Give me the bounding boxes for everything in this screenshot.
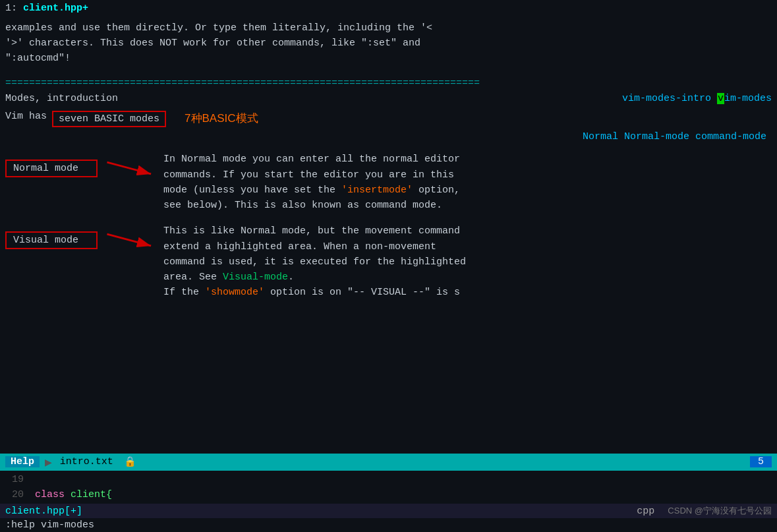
file-header: 1: client.hpp+ bbox=[0, 0, 777, 18]
filename: client.hpp+ bbox=[23, 3, 88, 14]
cmd-text: :help vim-modes bbox=[5, 519, 94, 531]
modes-title: Modes, introduction bbox=[5, 93, 118, 104]
svg-line-1 bbox=[107, 162, 151, 174]
normal-mode-box: Normal mode bbox=[5, 160, 98, 177]
active-file: client.hpp[+] bbox=[5, 506, 82, 517]
bottom-right-area: cpp CSDN @宁海没有七号公园 bbox=[637, 505, 772, 517]
svg-line-3 bbox=[107, 234, 151, 246]
intro-line2: '>' characters. This does NOT work for o… bbox=[5, 36, 772, 51]
class-keyword: class bbox=[35, 489, 65, 500]
intro-line3: ":autocmd"! bbox=[5, 51, 772, 66]
chinese-annotation: 7种BASIC模式 bbox=[185, 111, 258, 126]
normal-arrow bbox=[98, 152, 163, 185]
bottom-left: client.hpp[+] bbox=[5, 506, 82, 517]
visual-mode-description: This is like Normal mode, but the moveme… bbox=[163, 223, 772, 300]
lock-icon: 🔒 bbox=[124, 456, 136, 468]
bottom-cpp: cpp bbox=[637, 506, 654, 517]
bottom-brand: CSDN @宁海没有七号公园 bbox=[668, 505, 772, 517]
code-section: 19 20 class client{ bbox=[0, 471, 777, 504]
code-name: client{ bbox=[71, 489, 112, 500]
code-line-20: 20 class client{ bbox=[5, 487, 772, 502]
intro-text-block: examples and use them directly. Or type … bbox=[0, 18, 777, 72]
normal-desc2: commands. If you start the editor you ar… bbox=[163, 167, 772, 183]
showmode-text: 'showmode' bbox=[205, 287, 264, 298]
visual-mode-box: Visual mode bbox=[5, 231, 98, 249]
separator-line: ========================================… bbox=[0, 71, 777, 92]
editor-container: 1: client.hpp+ examples and use them dir… bbox=[0, 0, 777, 532]
status-right-num: 5 bbox=[750, 456, 772, 467]
help-label: Help bbox=[5, 456, 40, 467]
visual-arrow bbox=[98, 223, 163, 256]
visual-desc3: command is used, it is executed for the … bbox=[163, 254, 772, 270]
normal-desc1: In Normal mode you can enter all the nor… bbox=[163, 152, 772, 167]
visual-desc5: If the 'showmode' option is on "-- VISUA… bbox=[163, 285, 772, 300]
insertmode-text: 'insertmode' bbox=[341, 185, 413, 196]
visual-desc1: This is like Normal mode, but the moveme… bbox=[163, 223, 772, 239]
visual-desc4: area. See Visual-mode. bbox=[163, 270, 772, 285]
vim-has-line: Vim has seven BASIC modes 7种BASIC模式 bbox=[5, 111, 772, 127]
modes-tags: vim-modes-intro vim-modes bbox=[622, 93, 772, 104]
intro-line1: examples and use them directly. Or type … bbox=[5, 20, 772, 36]
seven-basic-box: seven BASIC modes bbox=[52, 111, 166, 127]
vim-has-text: Vim has bbox=[5, 111, 47, 122]
normal-desc4: see below). This is also known as comman… bbox=[163, 198, 772, 213]
highlight-v: v bbox=[717, 93, 724, 104]
cmd-bar: :help vim-modes bbox=[0, 518, 777, 532]
normal-mode-section: Normal mode In Normal mode you can enter… bbox=[5, 152, 772, 213]
modes-header: Modes, introduction vim-modes-intro vim-… bbox=[0, 92, 777, 105]
normal-desc3: mode (unless you have set the 'insertmod… bbox=[163, 183, 772, 198]
visual-mode-link: Visual-mode bbox=[223, 272, 288, 283]
visual-desc2: extend a highlighted area. When a non-mo… bbox=[163, 239, 772, 254]
code-line-19: 19 bbox=[5, 472, 772, 487]
content-area: Vim has seven BASIC modes 7种BASIC模式 Norm… bbox=[0, 105, 777, 300]
bottom-status-bar: client.hpp[+] cpp CSDN @宁海没有七号公园 bbox=[0, 504, 777, 518]
line-number: 1: bbox=[5, 3, 17, 14]
visual-mode-section: Visual mode This is like Normal mode, bu… bbox=[5, 223, 772, 300]
intro-txt-path: intro.txt bbox=[60, 456, 113, 467]
help-status-bar: Help ▶ intro.txt 🔒 5 bbox=[0, 454, 777, 471]
normal-mode-description: In Normal mode you can enter all the nor… bbox=[163, 152, 772, 213]
normal-mode-cyan: Normal Normal-mode command-mode bbox=[5, 130, 772, 145]
